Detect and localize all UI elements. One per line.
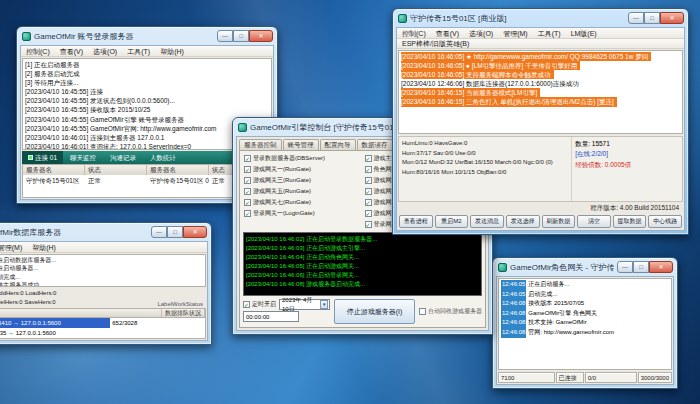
checkbox-icon[interactable]: ✓ bbox=[244, 199, 251, 206]
stop-server-button[interactable]: 停止游戏服务器(I) bbox=[334, 299, 415, 324]
db-counters: LoadNum:0 AddHers:0 LoadHers:0 SaveNum:0… bbox=[0, 288, 207, 308]
titlebar[interactable]: GameOfMir 账号登录服务器 — □ ✕ bbox=[17, 27, 277, 45]
console-output[interactable]: [2023/04/10 16:46:02] 正在启动登录数据服务器...[202… bbox=[243, 232, 482, 296]
timer-enable-checkbox[interactable]: ✓ 定时开启 bbox=[243, 300, 276, 309]
column-header[interactable]: 服务器名 bbox=[147, 165, 209, 175]
menu-item[interactable]: 选项(O) bbox=[88, 46, 122, 57]
tab[interactable]: 配置向导 bbox=[320, 139, 356, 150]
menu-item[interactable]: 帮助(H) bbox=[27, 242, 61, 253]
checkbox-icon[interactable] bbox=[419, 308, 426, 315]
service-checkbox-item[interactable]: ✓ 登录数据服务器(DBServer) bbox=[244, 154, 361, 163]
checkbox-icon[interactable]: ✓ bbox=[244, 155, 251, 162]
db-log-area[interactable]: [16:45:55] 正在启动数据库服务器...[16:45:54] 正在启动服… bbox=[0, 254, 206, 287]
toolbar-item[interactable]: 聊天监控 bbox=[63, 151, 103, 164]
service-checkbox-item[interactable]: ✓ 游戏网关五(RunGate) bbox=[244, 187, 361, 196]
maximize-button[interactable]: □ bbox=[167, 226, 183, 238]
minimize-button[interactable]: — bbox=[617, 261, 633, 273]
close-button[interactable]: ✕ bbox=[649, 261, 673, 273]
minimize-button[interactable]: — bbox=[151, 226, 167, 238]
window-db-server: GameOfMir数据库服务器 — □ ✕ 控制(C)管理(M)帮助(H) [1… bbox=[0, 222, 212, 345]
menu-item[interactable]: 控制(C) bbox=[397, 28, 431, 39]
checkbox-icon[interactable]: ✓ bbox=[243, 301, 250, 308]
auto-recycle-checkbox[interactable]: 自动回收游戏服务器 bbox=[419, 307, 482, 316]
time-input[interactable]: 00:00:00 bbox=[243, 311, 299, 322]
selgate-log-area[interactable]: 12:46:05 正在启动服务... 12:46:05 启动完成... 12:4… bbox=[498, 278, 672, 370]
service-checkbox-item[interactable]: ✓ 游戏网关三(RunGate) bbox=[244, 176, 361, 185]
close-button[interactable]: ✕ bbox=[660, 12, 684, 24]
maximize-button[interactable]: □ bbox=[644, 12, 660, 24]
column-header[interactable]: 连接状况 bbox=[0, 309, 162, 317]
menu-item[interactable]: 管理(M) bbox=[498, 28, 533, 39]
action-button[interactable]: 提取数据 bbox=[613, 215, 647, 228]
tab[interactable]: 服务器控制 bbox=[239, 139, 282, 150]
checkbox-icon[interactable]: ✓ bbox=[244, 188, 251, 195]
checkbox-icon[interactable]: ✓ bbox=[365, 210, 372, 217]
log-timestamp: 12:46:05 bbox=[501, 280, 526, 290]
selgate-status-bar: 7100已连接0/03000/3000 bbox=[497, 371, 673, 384]
checkbox-icon[interactable]: ✓ bbox=[244, 210, 251, 217]
column-header[interactable]: 数据排队状况 bbox=[162, 309, 205, 317]
checkbox-icon[interactable]: ✓ bbox=[365, 166, 372, 173]
table-cell: 守护传奇15号01区 01 bbox=[147, 175, 209, 186]
menu-item[interactable]: 工具(T) bbox=[122, 46, 155, 57]
close-button[interactable]: ✕ bbox=[183, 226, 207, 238]
tab[interactable]: 数据读存 bbox=[357, 139, 393, 150]
menu-item[interactable]: 工具(T) bbox=[533, 28, 566, 39]
status-cell: 0/0 bbox=[585, 372, 637, 383]
checkbox-icon[interactable]: ✓ bbox=[365, 221, 372, 228]
minimize-button[interactable]: — bbox=[217, 30, 233, 42]
connection-row[interactable]: 127.0.0.1:55435 → 127.0.0.1:5600 bbox=[0, 328, 205, 338]
checkbox-icon[interactable]: ✓ bbox=[365, 199, 372, 206]
toolbar-item[interactable]: 人数统计 bbox=[143, 151, 183, 164]
service-checkbox-item[interactable]: ✓ 游戏网关七(RunGate) bbox=[244, 198, 361, 207]
date-picker[interactable]: 2023年 4月10日 ▼ bbox=[279, 299, 330, 310]
checkbox-icon[interactable]: ✓ bbox=[365, 188, 372, 195]
m2-log-area[interactable]: [2023/04/10 16:46:05] ★ http://gamewww.g… bbox=[398, 50, 683, 134]
counter-line: LoadNum:0 AddHers:0 LoadHers:0 bbox=[0, 289, 56, 298]
menu-item[interactable]: 查看(V) bbox=[55, 46, 88, 57]
menu-item[interactable]: 帮助(H) bbox=[155, 46, 189, 57]
column-header[interactable]: 服务器名 bbox=[23, 165, 85, 175]
console-line: [2023/04/10 16:46:06] 正在启动登录网关... bbox=[246, 271, 479, 280]
checkbox-icon[interactable]: ✓ bbox=[365, 177, 372, 184]
action-button[interactable]: 刷新数据 bbox=[542, 215, 576, 228]
connection-row[interactable]: 1 127.0.0.1:55410 → 127.0.0.1:5600 652/3… bbox=[0, 318, 205, 328]
menu-item[interactable]: 查看(V) bbox=[431, 28, 464, 39]
close-button[interactable]: ✕ bbox=[249, 30, 273, 42]
titlebar[interactable]: GameOfMir数据库服务器 — □ ✕ bbox=[0, 223, 211, 241]
action-button[interactable]: 发送选择 bbox=[506, 215, 540, 228]
checkbox-icon[interactable]: ✓ bbox=[244, 166, 251, 173]
menu-item[interactable]: 控制(C) bbox=[21, 46, 55, 57]
maximize-button[interactable]: □ bbox=[633, 261, 649, 273]
menu-item[interactable]: 选项(O) bbox=[464, 28, 498, 39]
service-checkbox-item[interactable]: ✓ 登录网关一(LoginGate) bbox=[244, 209, 361, 218]
menu-item[interactable]: 管理(M) bbox=[0, 242, 27, 253]
log-timestamp: 12:46:08 bbox=[501, 309, 526, 319]
checkbox-icon[interactable]: ✓ bbox=[244, 177, 251, 184]
log-line: [16:45:54] 正在启动服务器... bbox=[0, 264, 203, 272]
minimize-button[interactable]: — bbox=[628, 12, 644, 24]
column-header[interactable]: 状态 bbox=[85, 165, 147, 175]
titlebar[interactable]: 守护传奇15号01区 [商业版] — □ ✕ bbox=[393, 9, 688, 27]
checkbox-icon[interactable]: ✓ bbox=[365, 155, 372, 162]
log-line: [2023/04/10 16:46:05] ● [LM引擎佳品推荐] 千里传音引… bbox=[401, 61, 580, 70]
table-cell: 守护传奇15号01区 bbox=[23, 175, 85, 186]
log-line: 12:46:08 技术支持: GameOfMir bbox=[501, 318, 669, 328]
maximize-button[interactable]: □ bbox=[233, 30, 249, 42]
action-button[interactable]: 清空 bbox=[577, 215, 611, 228]
tab[interactable]: 账号管理 bbox=[283, 139, 319, 150]
action-button[interactable]: 重启M2 bbox=[435, 215, 469, 228]
m2-stats-summary: 数量: 15571 [在线:2/2/0] 经验倍数: 0.0005倍 bbox=[571, 137, 682, 201]
submenu-item[interactable]: ESP棒棒/旧版英雄(B) bbox=[397, 39, 474, 49]
titlebar[interactable]: GameOfMir角色网关 - 守护传奇15号01... — □ ✕ bbox=[493, 258, 677, 276]
action-button[interactable]: 发送消息 bbox=[470, 215, 504, 228]
connection-list[interactable]: 1 127.0.0.1:55410 → 127.0.0.1:5600 652/3… bbox=[0, 318, 206, 339]
chevron-down-icon[interactable]: ▼ bbox=[320, 300, 328, 309]
menu-item[interactable]: LM版(E) bbox=[566, 28, 602, 39]
service-checkbox-item[interactable]: ✓ 游戏网关一(RunGate) bbox=[244, 165, 361, 174]
log-line: 12:46:08 接收版本 2015/07/05 bbox=[501, 299, 669, 309]
action-button[interactable]: 中心线路 bbox=[648, 215, 682, 228]
action-button[interactable]: 查看进程 bbox=[399, 215, 433, 228]
toolbar-item[interactable]: 沟通记录 bbox=[103, 151, 143, 164]
connection-tab[interactable]: 连接 01 bbox=[22, 151, 63, 164]
